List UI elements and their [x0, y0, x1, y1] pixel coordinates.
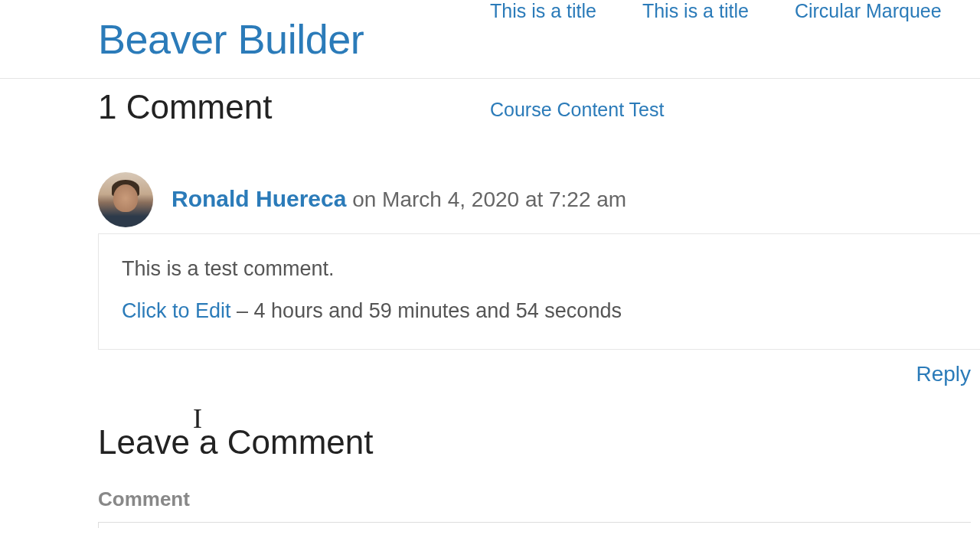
site-title-link[interactable]: Beaver Builder [98, 15, 364, 63]
comment-body: This is a test comment. Click to Edit – … [98, 233, 980, 350]
leave-comment-heading: Leave a Comment [98, 423, 980, 461]
nav-item-course-content-test[interactable]: Course Content Test [490, 99, 664, 120]
comment: Ronald Huereca on March 4, 2020 at 7:22 … [98, 172, 980, 386]
comment-author-link[interactable]: Ronald Huereca [172, 186, 346, 211]
comment-date: on March 4, 2020 at 7:22 am [352, 187, 626, 211]
nav-item-title-a[interactable]: This is a title [490, 0, 596, 22]
comment-meta: Ronald Huereca on March 4, 2020 at 7:22 … [172, 172, 980, 212]
reply-link[interactable]: Reply [916, 362, 971, 386]
content-area: 1 Comment Ronald Huereca on March 4, 202… [98, 79, 980, 528]
primary-nav: This is a title This is a title Circular… [490, 0, 980, 121]
edit-timer: 4 hours and 59 minutes and 54 seconds [254, 299, 622, 322]
edit-comment-link[interactable]: Click to Edit [122, 299, 231, 322]
nav-row: This is a title This is a title Circular… [490, 0, 942, 22]
nav-row: Course Content Test [490, 99, 664, 121]
comment-edit-row: Click to Edit – 4 hours and 59 minutes a… [122, 299, 957, 323]
comment-textarea[interactable] [98, 522, 971, 528]
nav-item-circular-marquee[interactable]: Circular Marquee [795, 0, 942, 22]
comment-field-label: Comment [98, 487, 980, 511]
edit-separator: – [231, 299, 254, 322]
nav-item-title-b[interactable]: This is a title [642, 0, 749, 22]
reply-row: Reply [98, 362, 980, 386]
site-header: Beaver Builder This is a title This is a… [0, 0, 980, 79]
avatar [98, 172, 153, 227]
comment-text: This is a test comment. [122, 257, 957, 281]
